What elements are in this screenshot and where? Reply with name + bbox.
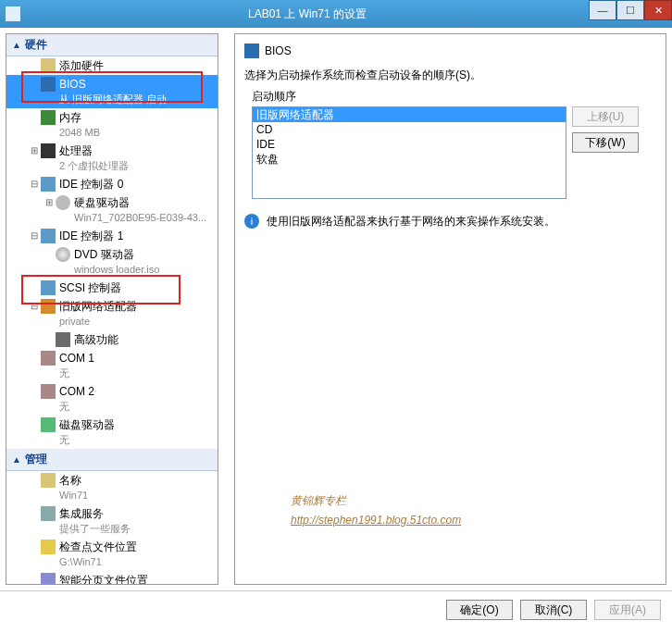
tree-label: 旧版网络适配器 xyxy=(59,299,137,314)
tree-sublabel: 无 xyxy=(59,432,115,447)
section-label: 硬件 xyxy=(25,37,47,53)
tree-item-com2[interactable]: COM 2 无 xyxy=(6,382,218,416)
checkpoint-icon xyxy=(41,540,56,554)
boot-item[interactable]: 软盘 xyxy=(253,152,566,167)
tree-item-com1[interactable]: COM 1 无 xyxy=(6,349,218,382)
expand-icon[interactable]: ⊞ xyxy=(42,195,56,210)
window-title: LAB01 上 Win71 的设置 xyxy=(26,6,589,22)
boot-order-listbox[interactable]: 旧版网络适配器 CD IDE 软盘 xyxy=(252,106,566,199)
tree-item-name[interactable]: 名称 Win71 xyxy=(6,471,218,504)
ide-icon xyxy=(41,229,56,243)
maximize-button[interactable]: ☐ xyxy=(616,0,644,20)
move-down-button[interactable]: 下移(W) xyxy=(572,132,639,153)
tree-label: 处理器 xyxy=(59,143,129,158)
boot-item[interactable]: 旧版网络适配器 xyxy=(253,107,566,122)
tree-item-advanced[interactable]: 高级功能 xyxy=(6,330,218,349)
tree-label: 集成服务 xyxy=(59,506,131,521)
tree-sublabel: 从 旧版网络适配器 启动 xyxy=(59,92,167,106)
splitter[interactable] xyxy=(224,33,229,585)
tree-item-scsi[interactable]: SCSI 控制器 xyxy=(6,279,218,297)
hdd-icon xyxy=(56,195,70,210)
tree-label: 内存 xyxy=(59,110,100,125)
tree-item-fdd[interactable]: 磁盘驱动器 无 xyxy=(6,416,218,449)
boot-order-group: 启动顺序 旧版网络适配器 CD IDE 软盘 上移(U) 下移(W) xyxy=(252,89,656,199)
tree-item-integration-services[interactable]: 集成服务 提供了一些服务 xyxy=(6,504,218,538)
tree-label: 智能分页文件位置 xyxy=(59,573,148,584)
close-button[interactable]: ✕ xyxy=(644,0,672,20)
hardware-section-header[interactable]: ▲ 硬件 xyxy=(6,34,218,56)
tree-label: 磁盘驱动器 xyxy=(59,417,115,432)
add-hardware-icon xyxy=(41,58,56,73)
dialog-footer: 确定(O) 取消(C) 应用(A) xyxy=(0,590,672,627)
paging-icon xyxy=(41,573,56,584)
tree-item-ide0[interactable]: ⊟ IDE 控制器 0 xyxy=(6,175,218,193)
tree-sublabel: private xyxy=(59,314,137,329)
tree-item-add-hardware[interactable]: 添加硬件 xyxy=(6,56,218,75)
tree-label: COM 2 xyxy=(59,384,94,399)
tree-item-memory[interactable]: 内存 2048 MB xyxy=(6,108,218,142)
com-icon xyxy=(41,384,56,399)
tree-item-checkpoint-location[interactable]: 检查点文件位置 G:\Win71 xyxy=(6,538,218,571)
tree-label: DVD 驱动器 xyxy=(74,247,159,262)
tree-item-bios[interactable]: BIOS 从 旧版网络适配器 启动 xyxy=(6,75,218,108)
collapse-icon: ▲ xyxy=(12,454,21,465)
collapse-icon: ▲ xyxy=(12,40,21,50)
apply-button[interactable]: 应用(A) xyxy=(594,600,661,620)
memory-icon xyxy=(41,110,56,125)
advanced-icon xyxy=(56,332,70,347)
tree-sublabel: 无 xyxy=(59,399,94,414)
panel-description: 选择为启动操作系统而检查启动设备的顺序(S)。 xyxy=(244,68,656,83)
collapse-icon[interactable]: ⊟ xyxy=(27,177,41,192)
tree-item-ide1[interactable]: ⊟ IDE 控制器 1 xyxy=(6,227,218,245)
watermark-line1: 黄锦辉专栏 xyxy=(291,493,461,509)
tree-sublabel: 2 个虚拟处理器 xyxy=(59,158,129,173)
panel-title-row: BIOS xyxy=(244,43,656,58)
tree-label: 添加硬件 xyxy=(59,58,104,73)
tree-label: 高级功能 xyxy=(74,332,118,347)
tree-label: 检查点文件位置 xyxy=(59,540,137,554)
section-label: 管理 xyxy=(25,452,47,467)
tree-sublabel: Win71 xyxy=(59,488,88,503)
floppy-icon xyxy=(41,417,56,432)
minimize-button[interactable]: — xyxy=(589,0,616,20)
services-icon xyxy=(41,506,56,521)
nic-icon xyxy=(41,299,56,314)
tree-label: COM 1 xyxy=(59,351,94,366)
management-section-header[interactable]: ▲ 管理 xyxy=(6,449,218,471)
settings-tree[interactable]: ▲ 硬件 添加硬件 BIOS 从 旧版网络适配器 启动 内存 2048 MB xyxy=(6,34,218,584)
boot-item[interactable]: CD xyxy=(253,122,566,137)
ok-button[interactable]: 确定(O) xyxy=(446,600,513,620)
ide-icon xyxy=(41,177,56,192)
watermark: 黄锦辉专栏 http://stephen1991.blog.51cto.com xyxy=(291,493,461,528)
title-bar: LAB01 上 Win71 的设置 — ☐ ✕ xyxy=(0,0,672,28)
tree-label: 硬盘驱动器 xyxy=(74,195,206,210)
tree-sublabel: G:\Win71 xyxy=(59,554,137,569)
dvd-icon xyxy=(56,247,70,262)
window-icon xyxy=(6,6,20,21)
bios-icon xyxy=(41,77,56,92)
tree-item-smart-paging[interactable]: 智能分页文件位置 G:\Win71 xyxy=(6,571,218,584)
move-up-button[interactable]: 上移(U) xyxy=(572,106,639,127)
collapse-icon[interactable]: ⊟ xyxy=(27,299,41,314)
tree-item-cpu[interactable]: ⊞ 处理器 2 个虚拟处理器 xyxy=(6,142,218,175)
left-panel: ▲ 硬件 添加硬件 BIOS 从 旧版网络适配器 启动 内存 2048 MB xyxy=(6,33,218,585)
expand-icon[interactable]: ⊞ xyxy=(27,143,41,158)
info-row: i 使用旧版网络适配器来执行基于网络的来宾操作系统安装。 xyxy=(244,214,656,230)
cpu-icon xyxy=(41,143,56,158)
collapse-icon[interactable]: ⊟ xyxy=(27,229,41,243)
tree-item-dvd[interactable]: DVD 驱动器 windows loader.iso xyxy=(6,245,218,279)
panel-title: BIOS xyxy=(265,44,292,57)
tree-item-legacy-nic[interactable]: ⊟ 旧版网络适配器 private xyxy=(6,297,218,330)
bios-icon xyxy=(244,43,259,58)
com-icon xyxy=(41,351,56,366)
reorder-buttons: 上移(U) 下移(W) xyxy=(572,106,639,153)
cancel-button[interactable]: 取消(C) xyxy=(520,600,587,620)
info-icon: i xyxy=(244,214,259,229)
tree-label: BIOS xyxy=(59,77,167,92)
tree-sublabel: Win71_702B0E95-E039-43... xyxy=(74,210,206,225)
tree-label: SCSI 控制器 xyxy=(59,280,121,295)
right-panel: BIOS 选择为启动操作系统而检查启动设备的顺序(S)。 启动顺序 旧版网络适配… xyxy=(234,33,666,585)
window-buttons: — ☐ ✕ xyxy=(589,0,672,28)
tree-item-hdd[interactable]: ⊞ 硬盘驱动器 Win71_702B0E95-E039-43... xyxy=(6,193,218,227)
boot-item[interactable]: IDE xyxy=(253,137,566,152)
